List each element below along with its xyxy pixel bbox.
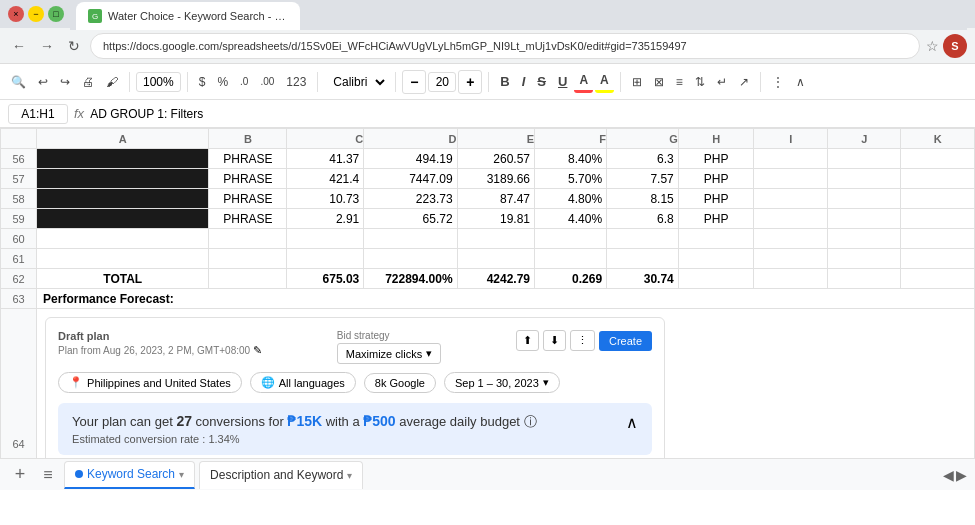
- cell-e59[interactable]: 19.81: [457, 209, 534, 229]
- font-size-value[interactable]: 20: [428, 72, 456, 92]
- download-button[interactable]: ⬇: [543, 330, 566, 351]
- date-filter[interactable]: Sep 1 – 30, 2023 ▾: [444, 372, 560, 393]
- cell-k61[interactable]: [901, 249, 975, 269]
- cell-d62[interactable]: 722894.00%: [364, 269, 457, 289]
- cell-k59[interactable]: [901, 209, 975, 229]
- col-header-e[interactable]: E: [457, 129, 534, 149]
- cell-d61[interactable]: [364, 249, 457, 269]
- cell-b57[interactable]: PHRASE: [209, 169, 287, 189]
- font-size-inc-button[interactable]: +: [458, 70, 482, 94]
- merge-button[interactable]: ⊠: [649, 72, 669, 92]
- cell-i61[interactable]: [754, 249, 827, 269]
- url-bar[interactable]: https://docs.google.com/spreadsheets/d/1…: [90, 33, 920, 59]
- cell-h59[interactable]: PHP: [678, 209, 754, 229]
- cell-i56[interactable]: [754, 149, 827, 169]
- text-color-button[interactable]: A: [574, 70, 593, 93]
- cell-k57[interactable]: [901, 169, 975, 189]
- cell-j56[interactable]: [827, 149, 900, 169]
- cell-c60[interactable]: [287, 229, 364, 249]
- percent-button[interactable]: %: [212, 72, 233, 92]
- cell-g61[interactable]: [607, 249, 679, 269]
- cell-k56[interactable]: [901, 149, 975, 169]
- cell-d60[interactable]: [364, 229, 457, 249]
- fill-color-button[interactable]: A: [595, 70, 614, 93]
- wrap-button[interactable]: ↵: [712, 72, 732, 92]
- more-tools-button[interactable]: ⋮: [767, 72, 789, 92]
- browser-tab[interactable]: G Water Choice - Keyword Search - Google…: [76, 2, 300, 30]
- cell-g60[interactable]: [607, 229, 679, 249]
- cell-c62[interactable]: 675.03: [287, 269, 364, 289]
- expand-toolbar-button[interactable]: ∧: [791, 72, 810, 92]
- cell-c57[interactable]: 421.4: [287, 169, 364, 189]
- scroll-sheets-left[interactable]: ◀: [943, 467, 954, 483]
- cell-j61[interactable]: [827, 249, 900, 269]
- cell-e58[interactable]: 87.47: [457, 189, 534, 209]
- cell-k62[interactable]: [901, 269, 975, 289]
- bookmark-button[interactable]: ☆: [926, 34, 939, 58]
- cell-h61[interactable]: [678, 249, 754, 269]
- cell-h56[interactable]: PHP: [678, 149, 754, 169]
- create-button[interactable]: Create: [599, 331, 652, 351]
- col-header-f[interactable]: F: [535, 129, 607, 149]
- forward-button[interactable]: →: [36, 34, 58, 58]
- cell-c61[interactable]: [287, 249, 364, 269]
- cell-h58[interactable]: PHP: [678, 189, 754, 209]
- format-123-button[interactable]: 123: [281, 72, 311, 92]
- cell-f57[interactable]: 5.70%: [535, 169, 607, 189]
- cell-i62[interactable]: [754, 269, 827, 289]
- bid-strategy-selector[interactable]: Maximize clicks ▾: [337, 343, 441, 364]
- strikethrough-button[interactable]: S: [532, 71, 551, 92]
- cell-a60[interactable]: [37, 229, 209, 249]
- more-options-button[interactable]: ⋮: [570, 330, 595, 351]
- cell-f58[interactable]: 4.80%: [535, 189, 607, 209]
- col-header-c[interactable]: C: [287, 129, 364, 149]
- edit-plan-button[interactable]: ✎: [253, 344, 262, 357]
- col-header-a[interactable]: A: [37, 129, 209, 149]
- col-header-i[interactable]: I: [754, 129, 827, 149]
- cell-h62[interactable]: [678, 269, 754, 289]
- cell-e60[interactable]: [457, 229, 534, 249]
- redo-button[interactable]: ↪: [55, 72, 75, 92]
- cell-g62[interactable]: 30.74: [607, 269, 679, 289]
- italic-button[interactable]: I: [517, 71, 531, 92]
- cell-e56[interactable]: 260.57: [457, 149, 534, 169]
- sheet-tab-description-keyword[interactable]: Description and Keyword ▾: [199, 461, 363, 489]
- cell-j57[interactable]: [827, 169, 900, 189]
- cell-b59[interactable]: PHRASE: [209, 209, 287, 229]
- col-header-b[interactable]: B: [209, 129, 287, 149]
- language-filter[interactable]: 🌐 All languages: [250, 372, 356, 393]
- cell-b58[interactable]: PHRASE: [209, 189, 287, 209]
- share-button[interactable]: ⬆: [516, 330, 539, 351]
- tab-dropdown-description-keyword[interactable]: ▾: [347, 470, 352, 481]
- add-sheet-button[interactable]: +: [8, 463, 32, 487]
- cell-reference-input[interactable]: [8, 104, 68, 124]
- back-button[interactable]: ←: [8, 34, 30, 58]
- cell-d57[interactable]: 7447.09: [364, 169, 457, 189]
- reload-button[interactable]: ↻: [64, 34, 84, 58]
- cell-g57[interactable]: 7.57: [607, 169, 679, 189]
- network-filter[interactable]: 8k Google: [364, 373, 436, 393]
- cell-b61[interactable]: [209, 249, 287, 269]
- print-button[interactable]: 🖨: [77, 72, 99, 92]
- cell-e61[interactable]: [457, 249, 534, 269]
- cell-a59[interactable]: [37, 209, 209, 229]
- cell-j62[interactable]: [827, 269, 900, 289]
- close-btn[interactable]: ×: [8, 6, 24, 22]
- maximize-btn[interactable]: □: [48, 6, 64, 22]
- currency-button[interactable]: $: [194, 72, 211, 92]
- cell-a56[interactable]: [37, 149, 209, 169]
- cell-b62[interactable]: [209, 269, 287, 289]
- formula-input[interactable]: AD GROUP 1: Filters: [90, 107, 967, 121]
- cell-j59[interactable]: [827, 209, 900, 229]
- cell-g58[interactable]: 8.15: [607, 189, 679, 209]
- rotate-button[interactable]: ↗: [734, 72, 754, 92]
- cell-i57[interactable]: [754, 169, 827, 189]
- cell-c58[interactable]: 10.73: [287, 189, 364, 209]
- cell-c56[interactable]: 41.37: [287, 149, 364, 169]
- align-h-button[interactable]: ≡: [671, 72, 688, 92]
- paint-format-button[interactable]: 🖌: [101, 72, 123, 92]
- cell-a57[interactable]: [37, 169, 209, 189]
- cell-f56[interactable]: 8.40%: [535, 149, 607, 169]
- cell-b56[interactable]: PHRASE: [209, 149, 287, 169]
- cell-i58[interactable]: [754, 189, 827, 209]
